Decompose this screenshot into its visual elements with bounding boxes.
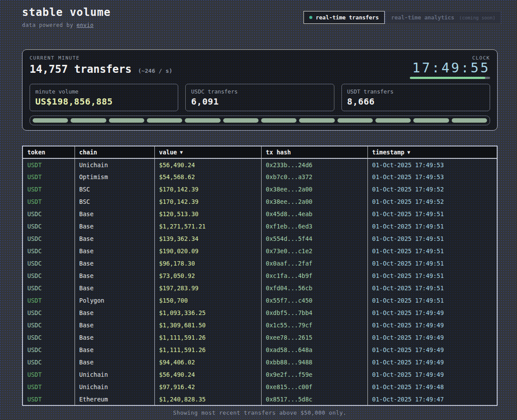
table-row[interactable]: USDCBase$94,406.020xbb88...948801-Oct-20… [22, 356, 497, 368]
timestamp-cell: 01-Oct-2025 17:49:48 [367, 381, 497, 393]
tab-real-time-analytics[interactable]: real-time analytics (coming soon) [386, 11, 501, 24]
chain-cell: Base [75, 307, 154, 319]
timestamp-cell: 01-Oct-2025 17:49:49 [367, 331, 497, 344]
tx-hash-cell: 0x73e0...c1e2 [261, 245, 367, 257]
table-row[interactable]: USDTOptimism$54,568.620xb7c0...a37201-Oc… [22, 171, 497, 183]
clock-time: 17:49:55 [410, 62, 490, 74]
transfer-rate: (~246 / s) [138, 68, 172, 74]
header: stable volume data powered by envio real… [22, 6, 498, 28]
value-cell: $1,271,571.21 [154, 220, 261, 232]
timestamp-cell: 01-Oct-2025 17:49:51 [367, 232, 497, 245]
timestamp-cell: 01-Oct-2025 17:49:49 [367, 344, 497, 356]
timestamp-cell: 01-Oct-2025 17:49:53 [367, 171, 497, 183]
volume-pill [452, 118, 487, 123]
stat-box-value: 6,091 [191, 96, 328, 107]
timestamp-cell: 01-Oct-2025 17:49:51 [367, 220, 497, 232]
volume-pill [299, 118, 334, 123]
table-row[interactable]: USDCBase$1,093,336.250xdbf5...7bb401-Oct… [22, 307, 497, 319]
value-cell: $190,020.09 [154, 245, 261, 257]
value-cell: $150,700 [154, 294, 261, 307]
transfers-count: 14,757 transfers (~246 / s) [30, 64, 172, 77]
live-dot-icon [309, 16, 312, 19]
table-row[interactable]: USDCBase$1,111,591.260xee78...261501-Oct… [22, 331, 497, 344]
chain-cell: Base [75, 356, 154, 368]
table-row[interactable]: USDTPolygon$150,7000x55f7...c45001-Oct-2… [22, 294, 497, 307]
column-header-chain[interactable]: chain [75, 146, 154, 158]
subtitle-text: data powered by [22, 22, 77, 28]
table-row[interactable]: USDTUnichain$97,916.420xe815...c00f01-Oc… [22, 381, 497, 393]
stat-box-USDC-transfers: USDC transfers6,091 [185, 84, 334, 111]
clock: CLOCK 17:49:55 [410, 56, 490, 79]
tx-hash-cell: 0xad58...648a [261, 344, 367, 356]
transfers-table-body: USDTUnichain$56,490.240x233b...24d601-Oc… [22, 158, 497, 405]
value-cell: $1,111,591.26 [154, 331, 261, 344]
subtitle: data powered by envio [22, 22, 111, 28]
stat-box-USDT-transfers: USDT transfers8,666 [341, 84, 490, 111]
value-cell: $56,490.24 [154, 158, 261, 171]
table-row[interactable]: USDTUnichain$56,490.240x9e2f...f59e01-Oc… [22, 368, 497, 381]
value-cell: $170,142.39 [154, 183, 261, 195]
tx-hash-cell: 0x9e2f...f59e [261, 368, 367, 381]
token-cell: USDT [22, 393, 75, 405]
value-cell: $97,916.42 [154, 381, 261, 393]
column-label: chain [79, 149, 97, 156]
table-row[interactable]: USDCBase$120,513.300x45d8...4eab01-Oct-2… [22, 208, 497, 220]
chain-cell: Base [75, 282, 154, 294]
volume-pill [375, 118, 411, 123]
token-cell: USDC [22, 270, 75, 282]
timestamp-cell: 01-Oct-2025 17:49:53 [367, 158, 497, 171]
timestamp-cell: 01-Oct-2025 17:49:51 [367, 208, 497, 220]
chain-cell: Ethereum [75, 393, 154, 405]
tab-label: real-time transfers [316, 14, 379, 21]
timestamp-cell: 01-Oct-2025 17:49:51 [367, 257, 497, 270]
sort-desc-icon: ▼ [405, 150, 410, 155]
table-row[interactable]: USDCBase$197,283.990xfd04...56cb01-Oct-2… [22, 282, 497, 294]
table-row[interactable]: USDTBSC$170,142.390x38ee...2a0001-Oct-20… [22, 183, 497, 195]
token-cell: USDT [22, 195, 75, 208]
tab-label: real-time analytics [391, 14, 454, 21]
transfers-summary: CURRENT MINUTE 14,757 transfers (~246 / … [30, 56, 172, 79]
token-cell: USDC [22, 282, 75, 294]
tx-hash-cell: 0x554d...5f44 [261, 232, 367, 245]
table-row[interactable]: USDCBase$73,050.920xc1fa...4b9f01-Oct-20… [22, 270, 497, 282]
timestamp-cell: 01-Oct-2025 17:49:52 [367, 195, 497, 208]
token-cell: USDC [22, 356, 75, 368]
transfers-table: tokenchainvalue ▼tx hashtimestamp ▼ USDT… [22, 146, 498, 406]
column-header-tx-hash[interactable]: tx hash [261, 146, 367, 158]
table-row[interactable]: USDCBase$190,020.090x73e0...c1e201-Oct-2… [22, 245, 497, 257]
chain-cell: BSC [75, 183, 154, 195]
value-cell: $1,240,828.35 [154, 393, 261, 405]
table-row[interactable]: USDTEthereum$1,240,828.350x8517...5d8c01… [22, 393, 497, 405]
volume-pills-bar [30, 116, 490, 125]
table-row[interactable]: USDTBSC$170,142.390x38ee...2a0001-Oct-20… [22, 195, 497, 208]
chain-cell: Polygon [75, 294, 154, 307]
footer-note: Showing most recent transfers above $50,… [22, 409, 498, 416]
current-minute-panel: CURRENT MINUTE 14,757 transfers (~246 / … [22, 49, 498, 131]
volume-pill [147, 118, 182, 123]
timestamp-cell: 01-Oct-2025 17:49:49 [367, 319, 497, 331]
table-row[interactable]: USDCBase$96,178.300x0aaf...2faf01-Oct-20… [22, 257, 497, 270]
envio-link[interactable]: envio [77, 22, 94, 28]
column-header-token[interactable]: token [22, 146, 75, 158]
minute-progress-fill [410, 77, 485, 79]
stat-box-label: USDT transfers [347, 88, 484, 95]
timestamp-cell: 01-Oct-2025 17:49:51 [367, 245, 497, 257]
column-header-value[interactable]: value ▼ [154, 146, 261, 158]
volume-pill [71, 118, 106, 123]
chain-cell: Base [75, 331, 154, 344]
table-row[interactable]: USDTUnichain$56,490.240x233b...24d601-Oc… [22, 158, 497, 171]
token-cell: USDC [22, 245, 75, 257]
token-cell: USDC [22, 220, 75, 232]
table-row[interactable]: USDCBase$1,309,681.500x1c55...79cf01-Oct… [22, 319, 497, 331]
value-cell: $120,513.30 [154, 208, 261, 220]
coming-soon-note: (coming soon) [459, 15, 495, 20]
column-header-timestamp[interactable]: timestamp ▼ [367, 146, 497, 158]
table-row[interactable]: USDCBase$1,271,571.210xf1eb...6ed301-Oct… [22, 220, 497, 232]
value-cell: $94,406.02 [154, 356, 261, 368]
table-row[interactable]: USDCBase$1,111,591.260xad58...648a01-Oct… [22, 344, 497, 356]
table-row[interactable]: USDCBase$139,362.340x554d...5f4401-Oct-2… [22, 232, 497, 245]
tab-real-time-transfers[interactable]: real-time transfers [303, 11, 385, 24]
value-cell: $54,568.62 [154, 171, 261, 183]
chain-cell: Base [75, 257, 154, 270]
stat-boxes: minute volumeUS$198,856,885USDC transfer… [30, 84, 490, 111]
